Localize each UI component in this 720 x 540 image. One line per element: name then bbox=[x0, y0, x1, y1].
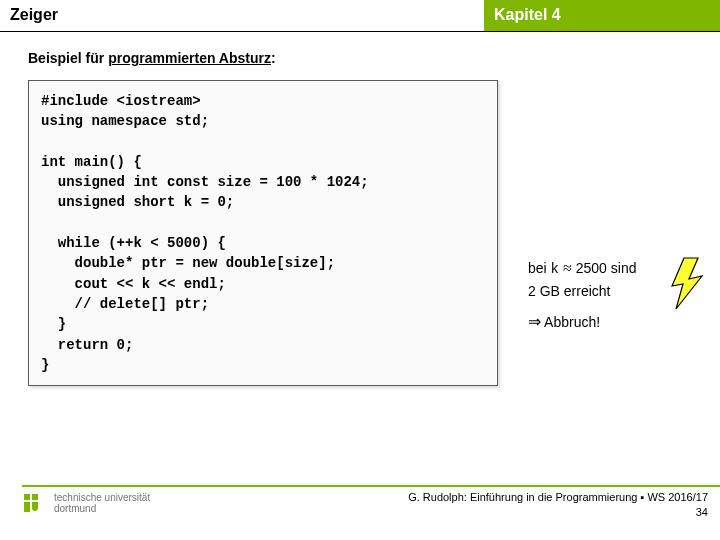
page-number: 34 bbox=[408, 505, 708, 520]
header-title-left: Zeiger bbox=[0, 0, 480, 31]
annotation-line1-prefix: bei bbox=[528, 260, 551, 276]
svg-marker-0 bbox=[672, 258, 702, 309]
logo-mark-icon bbox=[22, 490, 48, 516]
subtitle: Beispiel für programmierten Absturz: bbox=[28, 50, 692, 66]
subtitle-suffix: : bbox=[271, 50, 276, 66]
svg-rect-3 bbox=[24, 502, 30, 512]
annotation-var-k: k bbox=[551, 261, 559, 277]
approx-symbol: ≈ bbox=[559, 259, 576, 276]
svg-rect-1 bbox=[24, 494, 30, 500]
logo-text: technische universität dortmund bbox=[54, 492, 150, 514]
annotation-line1: bei k ≈ 2500 sind bbox=[528, 257, 636, 280]
annotation-value: 2500 sind bbox=[576, 260, 637, 276]
annotation-abort: Abbruch! bbox=[541, 314, 600, 330]
footer-right: G. Rudolph: Einführung in die Programmie… bbox=[408, 490, 708, 520]
logo-text-line1: technische universität bbox=[54, 492, 150, 503]
annotation-line2: 2 GB erreicht bbox=[528, 282, 636, 302]
logo-text-line2: dortmund bbox=[54, 503, 150, 514]
subtitle-underlined: programmierten Absturz bbox=[108, 50, 271, 66]
annotation-box: bei k ≈ 2500 sind 2 GB erreicht ⇒ Abbruc… bbox=[528, 257, 636, 334]
code-block: #include <iostream> using namespace std;… bbox=[28, 80, 498, 386]
footer: technische universität dortmund G. Rudol… bbox=[22, 490, 708, 532]
annotation-arrow-row: ⇒ Abbruch! bbox=[528, 311, 636, 333]
footer-divider bbox=[22, 485, 720, 487]
svg-rect-2 bbox=[32, 494, 38, 500]
double-arrow-icon: ⇒ bbox=[528, 313, 541, 330]
subtitle-prefix: Beispiel für bbox=[28, 50, 108, 66]
slide-header: Zeiger Kapitel 4 bbox=[0, 0, 720, 32]
tu-dortmund-logo: technische universität dortmund bbox=[22, 490, 150, 516]
header-title-right: Kapitel 4 bbox=[484, 0, 720, 31]
lightning-bolt-icon bbox=[668, 256, 708, 311]
footer-credit: G. Rudolph: Einführung in die Programmie… bbox=[408, 490, 708, 505]
